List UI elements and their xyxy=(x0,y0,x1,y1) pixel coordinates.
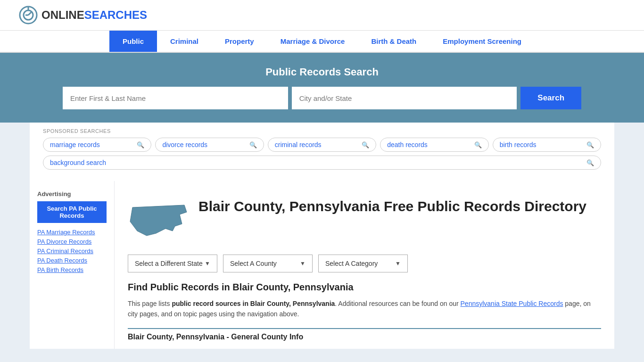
search-bar: Search xyxy=(63,87,581,109)
hero-section: Public Records Search Search xyxy=(0,53,644,123)
pill-divorce-records[interactable]: divorce records 🔍 xyxy=(155,138,264,152)
svg-marker-5 xyxy=(130,205,187,236)
sidebar-link-criminal[interactable]: PA Criminal Records xyxy=(37,247,107,255)
nav-birth-death[interactable]: Birth & Death xyxy=(358,31,429,52)
sidebar-link-marriage[interactable]: PA Marriage Records xyxy=(37,229,107,236)
search-icon-2: 🔍 xyxy=(249,141,257,148)
find-title: Find Public Records in Blair County, Pen… xyxy=(128,282,601,293)
pill-death-records[interactable]: death records 🔍 xyxy=(380,138,488,152)
search-icon-3: 🔍 xyxy=(362,141,369,148)
sidebar-link-birth[interactable]: PA Birth Records xyxy=(37,266,107,273)
sidebar-link-divorce[interactable]: PA Divorce Records xyxy=(37,238,107,245)
county-dropdown-arrow: ▼ xyxy=(300,260,305,267)
main-wrapper: Advertising Search PA Public Records PA … xyxy=(30,181,614,349)
pill-background-search[interactable]: background search 🔍 xyxy=(43,156,601,170)
search-icon-6: 🔍 xyxy=(586,159,594,166)
search-icon-4: 🔍 xyxy=(474,141,482,148)
category-dropdown[interactable]: Select A Category ▼ xyxy=(318,255,408,272)
location-input[interactable] xyxy=(292,87,517,109)
state-records-link[interactable]: Pennsylvania State Public Records xyxy=(461,300,563,307)
logo: ONLINESEARCHES xyxy=(19,6,147,25)
name-input[interactable] xyxy=(63,87,288,109)
sponsored-pills: marriage records 🔍 divorce records 🔍 cri… xyxy=(43,138,601,170)
sponsored-label: SPONSORED SEARCHES xyxy=(43,128,601,134)
logo-icon xyxy=(19,6,38,25)
state-dropdown[interactable]: Select a Different State ▼ xyxy=(128,255,217,272)
search-icon-5: 🔍 xyxy=(586,141,594,148)
find-desc: This page lists public record sources in… xyxy=(128,298,601,320)
sidebar-ad-button[interactable]: Search PA Public Records xyxy=(37,201,107,223)
county-dropdown[interactable]: Select A County ▼ xyxy=(223,255,313,272)
pill-birth-records[interactable]: birth records 🔍 xyxy=(493,138,601,152)
page-title: Blair County, Pennsylvania Free Public R… xyxy=(198,198,586,215)
page-header: Blair County, Pennsylvania Free Public R… xyxy=(128,198,601,245)
category-dropdown-arrow: ▼ xyxy=(395,260,401,267)
hero-title: Public Records Search xyxy=(19,66,625,78)
pill-criminal-records[interactable]: criminal records 🔍 xyxy=(268,138,376,152)
sidebar-ad-label: Advertising xyxy=(37,190,107,197)
dropdowns: Select a Different State ▼ Select A Coun… xyxy=(128,255,601,272)
sidebar: Advertising Search PA Public Records PA … xyxy=(30,181,115,349)
state-dropdown-arrow: ▼ xyxy=(205,260,210,267)
nav-employment[interactable]: Employment Screening xyxy=(429,31,535,52)
search-icon-1: 🔍 xyxy=(137,141,144,148)
section-heading: Blair County, Pennsylvania - General Cou… xyxy=(128,328,601,341)
nav-public[interactable]: Public xyxy=(109,31,157,52)
search-button[interactable]: Search xyxy=(520,87,581,109)
logo-text: ONLINESEARCHES xyxy=(41,8,147,22)
nav-marriage-divorce[interactable]: Marriage & Divorce xyxy=(267,31,358,52)
nav-criminal[interactable]: Criminal xyxy=(157,31,212,52)
main-content: Blair County, Pennsylvania Free Public R… xyxy=(115,181,614,349)
state-map-icon xyxy=(128,198,189,245)
main-nav: Public Criminal Property Marriage & Divo… xyxy=(0,31,644,53)
pill-marriage-records[interactable]: marriage records 🔍 xyxy=(43,138,151,152)
sidebar-link-death[interactable]: PA Death Records xyxy=(37,257,107,264)
svg-line-4 xyxy=(28,12,31,15)
nav-property[interactable]: Property xyxy=(212,31,267,52)
